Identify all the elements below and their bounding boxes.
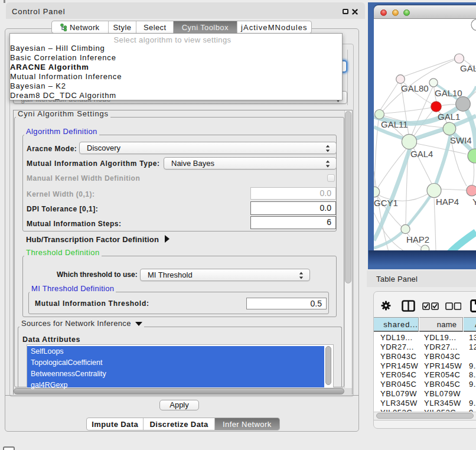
svg-text:GAL80: GAL80 — [401, 83, 429, 93]
svg-text:GAL10: GAL10 — [435, 88, 462, 98]
svg-text:GAL11: GAL11 — [381, 119, 408, 129]
svg-text:GAL4: GAL4 — [410, 149, 433, 159]
svg-text:SWI4: SWI4 — [450, 135, 472, 145]
svg-text:GAL: GAL — [460, 63, 476, 73]
svg-text:GCY1: GCY1 — [374, 198, 398, 208]
svg-text:HAP2: HAP2 — [406, 234, 429, 244]
svg-text:HAP4: HAP4 — [436, 197, 459, 207]
svg-text:Y: Y — [472, 197, 476, 207]
svg-text:GAL1: GAL1 — [438, 112, 460, 122]
